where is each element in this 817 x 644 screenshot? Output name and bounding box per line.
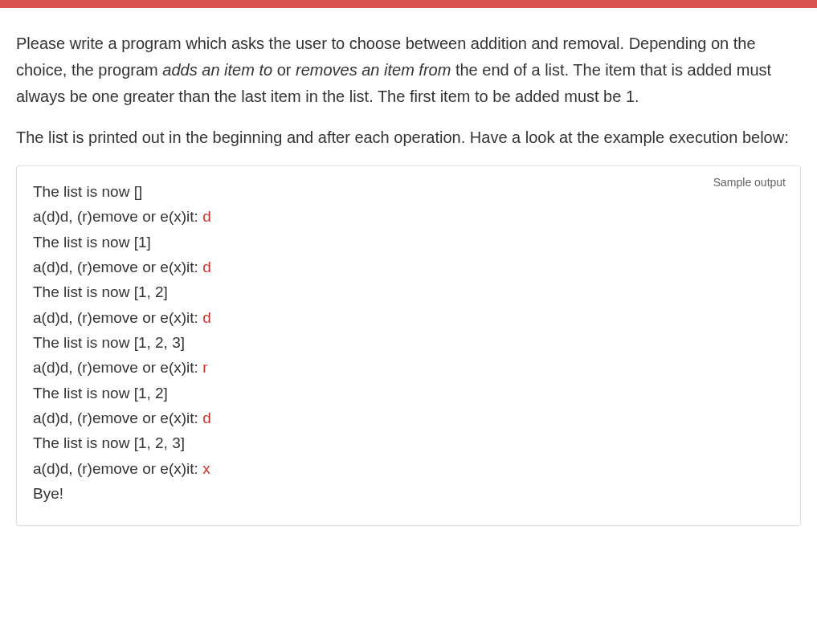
output-prompt-text: a(d)d, (r)emove or e(x)it: <box>33 359 202 376</box>
output-line: a(d)d, (r)emove or e(x)it: d <box>33 305 784 330</box>
output-prompt-text: The list is now [1, 2] <box>33 283 168 300</box>
content-area: Please write a program which asks the us… <box>0 8 817 542</box>
desc-italic-1: adds an item to <box>162 61 272 79</box>
output-line: The list is now [1, 2] <box>33 381 784 406</box>
output-prompt-text: The list is now [] <box>33 183 142 200</box>
output-line: a(d)d, (r)emove or e(x)it: d <box>33 406 784 430</box>
sample-output-block: Sample output The list is now []a(d)d, (… <box>16 165 801 526</box>
output-line: a(d)d, (r)emove or e(x)it: r <box>33 355 784 380</box>
output-user-input: d <box>202 259 211 275</box>
output-user-input: d <box>202 410 211 426</box>
output-user-input: d <box>202 208 211 225</box>
output-prompt-text: a(d)d, (r)emove or e(x)it: <box>33 259 202 275</box>
output-line: a(d)d, (r)emove or e(x)it: d <box>33 204 784 229</box>
output-prompt-text: The list is now [1] <box>33 234 151 251</box>
description-paragraph-2: The list is printed out in the beginning… <box>16 124 801 151</box>
output-prompt-text: The list is now [1, 2, 3] <box>33 334 185 351</box>
output-user-input: r <box>202 359 207 376</box>
output-line: a(d)d, (r)emove or e(x)it: d <box>33 255 784 279</box>
output-line: The list is now [1, 2, 3] <box>33 330 784 355</box>
top-accent-bar <box>0 0 817 8</box>
output-prompt-text: a(d)d, (r)emove or e(x)it: <box>33 208 202 225</box>
sample-output-label: Sample output <box>713 176 786 189</box>
output-line: The list is now [1, 2] <box>33 279 784 304</box>
output-prompt-text: Bye! <box>33 485 63 502</box>
output-user-input: x <box>202 460 210 477</box>
output-user-input: d <box>202 309 211 326</box>
output-prompt-text: The list is now [1, 2, 3] <box>33 434 185 451</box>
output-line: The list is now [1, 2, 3] <box>33 430 784 455</box>
output-line: a(d)d, (r)emove or e(x)it: x <box>33 456 784 481</box>
desc-italic-2: removes an item from <box>296 61 451 79</box>
problem-description: Please write a program which asks the us… <box>16 31 801 151</box>
output-line: The list is now [] <box>33 179 784 204</box>
desc-text-2: or <box>272 61 296 79</box>
output-lines-container: The list is now []a(d)d, (r)emove or e(x… <box>33 179 784 506</box>
output-prompt-text: a(d)d, (r)emove or e(x)it: <box>33 460 202 477</box>
output-prompt-text: a(d)d, (r)emove or e(x)it: <box>33 309 202 326</box>
output-line: Bye! <box>33 481 784 506</box>
description-paragraph-1: Please write a program which asks the us… <box>16 31 801 110</box>
output-prompt-text: a(d)d, (r)emove or e(x)it: <box>33 410 202 426</box>
output-prompt-text: The list is now [1, 2] <box>33 385 168 401</box>
output-line: The list is now [1] <box>33 230 784 255</box>
